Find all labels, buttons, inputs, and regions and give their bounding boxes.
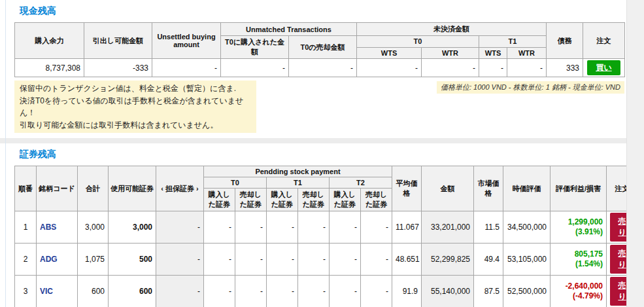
cell-t0-bought: - [221,59,289,77]
cell-t0-sell: - [235,244,267,276]
cell-buying-power: 8,737,308 [15,59,84,77]
cell-amount: 52,299,825 [422,244,474,276]
cell-t2-buy: - [330,276,361,307]
cash-balance-panel: 現金残高 購入余力 引出し可能金額 Unsettled buying amoun… [0,0,644,138]
pl-value: 805,175 [554,249,603,259]
col-market-value: 時価評価 [503,166,551,211]
securities-balance-panel: 証券残高 順番 銘柄コード 合計 使用可能証券 ‹ 担保証券 › Penddin… [0,143,644,307]
cell-t1-sell: - [298,211,330,244]
ticker-link[interactable]: VIC [37,276,78,307]
cell-market-value: 52,500,000 [503,276,551,307]
cell-t2-buy: - [330,211,361,244]
col-t1-wts: WTS [479,47,507,59]
cell-t2-sell: - [361,244,392,276]
cash-note-box: 保留中のトランザクション値は、料金と税金（暫定）に含ま. 決済T0を待っている値… [14,81,256,133]
cell-withdrawable: -333 [84,59,152,77]
cell-t1-buy: - [267,211,298,244]
cell-market-price: 49.4 [474,244,503,276]
col-debt: 債務 [547,23,583,59]
ticker-link[interactable]: ADG [37,244,78,276]
buy-button[interactable]: 買い [587,60,620,75]
col-market-price: 市場価格 [474,166,503,211]
cell-available: 500 [109,244,156,276]
pl-value: 1,299,000 [554,217,603,227]
note-line-1: 保留中のトランザクション値は、料金と税金（暫定）に含ま. [20,82,251,95]
pl-percent: (3.91%) [554,227,603,237]
cell-avg-price: 48.651 [392,244,422,276]
cell-t1-sell: - [298,244,330,276]
pl-percent: (1.54%) [554,259,603,269]
cell-unsettled-buying: - [152,59,221,77]
col-order: 注文 [583,23,625,59]
pl-percent: (-4.79%) [554,291,603,301]
section-divider [0,138,644,143]
cell-pl: -2,640,000 (-4.79%) [551,276,607,307]
cell-t0-sold: - [289,59,357,77]
col-group-sec-t0: T0 [204,177,267,189]
cell-t0-wts: - [357,59,422,77]
note-line-3: 引取り可能な金額には取引手数料は含まれていません。 [20,119,251,132]
trading-balance-page: 現金残高 購入余力 引出し可能金額 Unsettled buying amoun… [0,0,644,307]
col-total: 合計 [78,166,109,211]
cell-market-value: 53,105,000 [503,244,551,276]
col-pl: 評価利益/損害 [551,166,607,211]
cell-t2-sell: - [361,276,392,307]
cell-t1-sell: - [298,276,330,307]
ticker-link[interactable]: ABS [37,211,78,244]
cell-total: 1,075 [78,244,109,276]
table-row: 2 ADG 1,075 500 - - - - - - - 48.651 52,… [15,244,638,276]
cell-avg-price: 91.9 [392,276,422,307]
securities-balance-title: 証券残高 [20,149,624,160]
cell-t0-wtr: - [422,59,479,77]
col-group-pending-amount: 未決済金額 [357,23,547,36]
col-t0-sold-sec: 売却した証券 [235,189,267,211]
cell-order: 買い [583,59,625,77]
cash-balance-row: 8,737,308 -333 - - - - - - - 333 買い [15,59,625,77]
cell-collateral: - [156,276,204,307]
cell-market-price: 11.5 [474,211,503,244]
cell-amount: 55,140,000 [422,276,474,307]
cell-t1-wts: - [479,59,507,77]
col-available: 使用可能証券 [109,166,156,211]
col-code: 銘柄コード [37,166,78,211]
cell-t1-buy: - [267,244,298,276]
cell-collateral: - [156,211,204,244]
cell-no: 3 [15,276,37,307]
cell-collateral: - [156,244,204,276]
pl-value: -2,640,000 [554,281,603,291]
cell-avg-price: 11.067 [392,211,422,244]
cell-no: 1 [15,211,37,244]
cell-t0-buy: - [204,244,235,276]
col-withdrawable: 引出し可能金額 [84,23,152,59]
col-group-t1: T1 [479,36,547,48]
units-note: 価格単位: 1000 VND - 株数単位: 1 銘柄 - 現金単位: VND [437,81,624,94]
col-t1-sold-sec: 売却した証券 [298,189,330,211]
col-t1-wtr: WTR [507,47,547,59]
cash-notes-row: 保留中のトランザクション値は、料金と税金（暫定）に含ま. 決済T0を待っている値… [14,81,624,133]
col-collateral: ‹ 担保証券 › [156,166,204,211]
col-t0-bought: T0に購入された金額 [221,36,289,59]
cell-market-value: 34,500,000 [503,211,551,244]
col-buying-power: 購入余力 [15,23,84,59]
cell-pl: 1,299,000 (3.91%) [551,211,607,244]
cell-available: 600 [109,276,156,307]
table-row: 1 ABS 3,000 3,000 - - - - - - - 11.067 3… [15,211,638,244]
left-border-line [5,0,6,307]
col-group-t0: T0 [357,36,479,48]
col-t0-bought-sec: 購入した証券 [204,189,235,211]
col-t2-bought-sec: 購入した証券 [330,189,361,211]
col-group-unmatched: Unmatched Transactions [221,23,357,36]
col-t0-sold: T0の売却金額 [289,36,357,59]
cell-total: 3,000 [78,211,109,244]
col-amount: 金額 [422,166,474,211]
col-t0-wtr: WTR [422,47,479,59]
col-group-sec-t2: T2 [330,177,392,189]
cell-t0-sell: - [235,276,267,307]
col-group-sec-t1: T1 [267,177,330,189]
cell-market-price: 87.5 [474,276,503,307]
cell-t1-buy: - [267,276,298,307]
col-avg-price: 平均価格 [392,166,422,211]
right-gutter [626,0,644,307]
cell-t0-buy: - [204,276,235,307]
col-unsettled-buying: Unsettled buying amount [152,23,221,59]
